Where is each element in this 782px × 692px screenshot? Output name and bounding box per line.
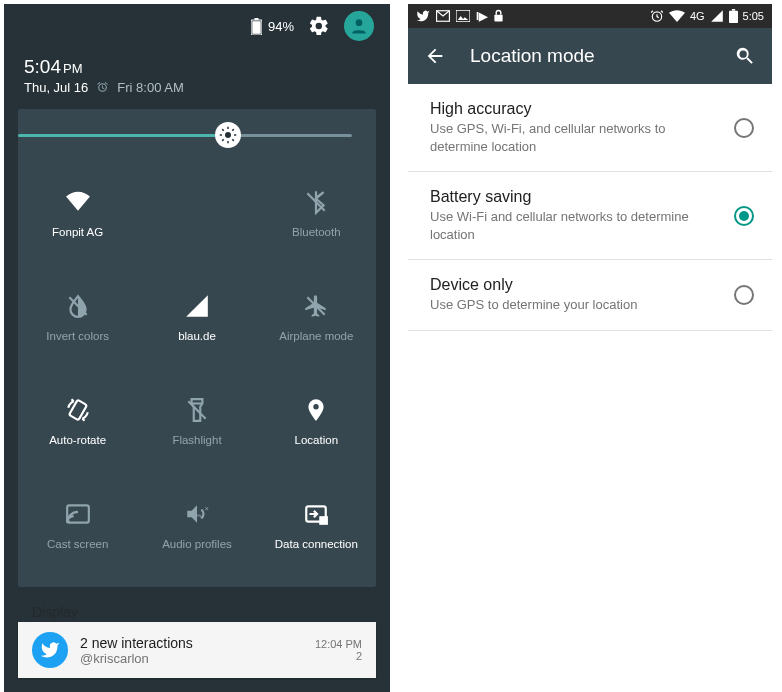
- qs-tile-data[interactable]: Data connection: [257, 473, 376, 577]
- notif-subtitle: @kriscarlon: [80, 651, 303, 666]
- qs-statusbar: 94%: [4, 4, 390, 48]
- option-title: Battery saving: [430, 188, 718, 206]
- qs-tile-invert-colors[interactable]: Invert colors: [18, 265, 137, 369]
- tile-label: Audio profiles: [162, 538, 232, 550]
- background-list-item: Display: [32, 604, 78, 620]
- alarm-icon: [96, 81, 109, 94]
- qs-tile-auto-rotate[interactable]: Auto-rotate: [18, 369, 137, 473]
- radio-button[interactable]: [734, 118, 754, 138]
- options-list: High accuracyUse GPS, Wi-Fi, and cellula…: [408, 84, 772, 331]
- tile-label: Auto-rotate: [49, 434, 106, 446]
- notif-count: 2: [315, 650, 362, 662]
- qs-tile-bluetooth[interactable]: Bluetooth: [257, 161, 376, 265]
- qs-tile-wifi[interactable]: Fonpit AG: [18, 161, 137, 265]
- notif-title: 2 new interactions: [80, 635, 303, 651]
- profile-avatar-button[interactable]: [344, 11, 374, 41]
- location-icon: [302, 396, 330, 424]
- clock-date: Thu, Jul 16: [24, 80, 88, 95]
- rs-statusbar: I▶ 4G 5:05: [408, 4, 772, 28]
- qs-tile-location[interactable]: Location: [257, 369, 376, 473]
- battery-pct: 94%: [268, 19, 294, 34]
- svg-rect-23: [320, 516, 329, 525]
- option-high-accuracy[interactable]: High accuracyUse GPS, Wi-Fi, and cellula…: [408, 84, 772, 172]
- signal-status-icon: [710, 9, 724, 23]
- option-subtitle: Use GPS, Wi-Fi, and cellular networks to…: [430, 120, 718, 155]
- radio-button[interactable]: [734, 206, 754, 226]
- wifi-status-icon: [669, 10, 685, 22]
- tile-label: blau.de: [178, 330, 216, 342]
- invert-colors-icon: [64, 292, 92, 320]
- mail-status-icon: [436, 10, 450, 22]
- svg-rect-28: [731, 9, 734, 11]
- statusbar-time: 5:05: [743, 10, 764, 22]
- tile-label: Location: [295, 434, 338, 446]
- qs-panel: Fonpit AGBluetoothInvert colorsblau.deAi…: [18, 109, 376, 587]
- signal-icon: [183, 292, 211, 320]
- tile-label: Flashlight: [172, 434, 221, 446]
- option-subtitle: Use GPS to determine your location: [430, 296, 718, 314]
- option-title: Device only: [430, 276, 718, 294]
- battery-status-icon: [729, 9, 738, 23]
- qs-tile-signal[interactable]: blau.de: [137, 265, 256, 369]
- notif-time: 12:04 PM: [315, 638, 362, 650]
- settings-button[interactable]: [308, 15, 330, 37]
- svg-point-3: [356, 19, 363, 26]
- tile-label: Cast screen: [47, 538, 108, 550]
- image-status-icon: [456, 10, 470, 22]
- network-label: 4G: [690, 10, 705, 22]
- qs-tiles-grid: Fonpit AGBluetoothInvert colorsblau.deAi…: [18, 161, 376, 577]
- clock-time: 5:04PM: [24, 56, 370, 78]
- brightness-icon: [219, 126, 237, 144]
- tile-label: Bluetooth: [292, 226, 341, 238]
- tile-label: Invert colors: [46, 330, 109, 342]
- svg-rect-26: [494, 15, 502, 22]
- svg-text:×: ×: [205, 504, 209, 513]
- svg-line-10: [232, 139, 234, 141]
- auto-rotate-icon: [64, 396, 92, 424]
- cast-icon: [64, 500, 92, 528]
- data-icon: [302, 500, 330, 528]
- alarm-time: Fri 8:00 AM: [117, 80, 183, 95]
- bluetooth-icon: [302, 188, 330, 216]
- option-subtitle: Use Wi-Fi and cellular networks to deter…: [430, 208, 718, 243]
- qs-tile-cast[interactable]: Cast screen: [18, 473, 137, 577]
- back-button[interactable]: [424, 45, 446, 67]
- flashlight-icon: [183, 396, 211, 424]
- twitter-status-icon: [416, 9, 430, 23]
- search-icon: [734, 45, 756, 67]
- qs-tile-audio[interactable]: ×Audio profiles: [137, 473, 256, 577]
- svg-rect-2: [252, 21, 260, 34]
- person-icon: [349, 16, 369, 36]
- airplane-icon: [302, 292, 330, 320]
- brightness-slider[interactable]: [18, 109, 376, 161]
- battery-icon: [251, 18, 262, 35]
- option-device-only[interactable]: Device onlyUse GPS to determine your loc…: [408, 260, 772, 331]
- appbar: Location mode: [408, 28, 772, 84]
- svg-line-11: [222, 139, 224, 141]
- tile-label: Data connection: [275, 538, 358, 550]
- search-button[interactable]: [734, 45, 756, 67]
- battery-indicator: 94%: [251, 18, 294, 35]
- alarm-status-icon: [650, 9, 664, 23]
- svg-rect-29: [729, 11, 738, 23]
- option-battery-saving[interactable]: Battery savingUse Wi-Fi and cellular net…: [408, 172, 772, 260]
- qs-header: 5:04PM Thu, Jul 16 Fri 8:00 AM: [4, 48, 390, 109]
- arrow-back-icon: [424, 45, 446, 67]
- location-mode-screen: I▶ 4G 5:05 Location mode High accuracyUs…: [408, 4, 772, 692]
- svg-point-20: [66, 520, 69, 523]
- radio-button[interactable]: [734, 285, 754, 305]
- tile-label: Fonpit AG: [52, 226, 103, 238]
- gear-icon: [308, 15, 330, 37]
- qs-tile-flashlight[interactable]: Flashlight: [137, 369, 256, 473]
- lock-status-icon: [493, 9, 504, 23]
- svg-line-12: [232, 129, 234, 131]
- option-title: High accuracy: [430, 100, 718, 118]
- svg-line-9: [222, 129, 224, 131]
- twitter-icon: [32, 632, 68, 668]
- svg-point-4: [225, 132, 231, 138]
- notification-card[interactable]: 2 new interactions @kriscarlon 12:04 PM …: [18, 622, 376, 678]
- qs-tile-airplane[interactable]: Airplane mode: [257, 265, 376, 369]
- quick-settings-screen: 94% 5:04PM Thu, Jul 16 Fri 8:00 AM Fonpi…: [4, 4, 390, 692]
- page-title: Location mode: [470, 45, 710, 67]
- wifi-icon: [64, 188, 92, 216]
